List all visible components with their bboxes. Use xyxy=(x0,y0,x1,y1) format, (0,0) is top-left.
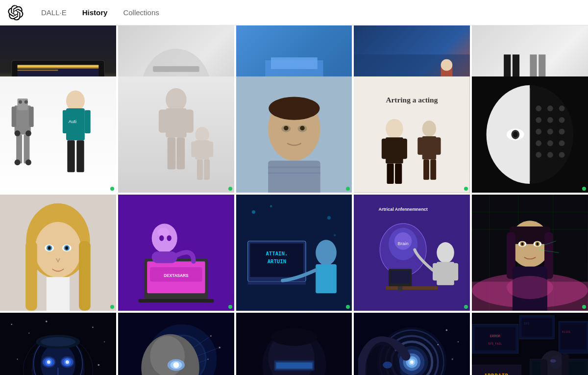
openai-logo xyxy=(8,5,24,21)
list-item[interactable] xyxy=(118,76,234,193)
list-item[interactable]: Auti xyxy=(0,76,116,193)
list-item[interactable] xyxy=(236,76,352,193)
gallery-row-4: ERROR SYS_FAIL ADDDAID xyxy=(0,313,588,375)
list-item[interactable] xyxy=(236,313,352,375)
list-item[interactable] xyxy=(472,76,588,193)
nav-dalle[interactable]: DALL·E xyxy=(35,5,73,20)
status-indicator xyxy=(110,305,114,309)
main-nav: DALL·E History Collections xyxy=(35,5,165,20)
status-indicator xyxy=(582,305,586,309)
gallery-row-2: Auti xyxy=(0,76,588,193)
nav-history[interactable]: History xyxy=(76,5,114,20)
list-item[interactable] xyxy=(472,195,588,311)
gallery-container: Auti xyxy=(0,25,588,375)
nav-collections[interactable]: Collections xyxy=(117,5,165,20)
status-indicator xyxy=(346,305,350,309)
status-indicator xyxy=(228,187,232,191)
gallery-row-3: DEXTASARS xyxy=(0,195,588,311)
list-item[interactable] xyxy=(0,313,116,375)
app-header: DALL·E History Collections xyxy=(0,0,588,25)
list-item[interactable] xyxy=(354,313,470,375)
status-indicator xyxy=(464,305,468,309)
list-item[interactable]: Artrical Anfennemnenct Brain xyxy=(354,195,470,311)
list-item[interactable]: ERROR SYS_FAIL ADDDAID xyxy=(472,313,588,375)
status-indicator xyxy=(110,187,114,191)
list-item[interactable] xyxy=(0,195,116,311)
list-item[interactable]: Artring a acting xyxy=(354,76,470,193)
status-indicator xyxy=(582,187,586,191)
status-indicator xyxy=(228,305,232,309)
status-indicator xyxy=(464,187,468,191)
list-item[interactable]: DEXTASARS xyxy=(118,195,234,311)
list-item[interactable]: ATTAIN. ARTUIN xyxy=(236,195,352,311)
gallery-row-1 xyxy=(0,25,588,75)
list-item[interactable] xyxy=(118,313,234,375)
